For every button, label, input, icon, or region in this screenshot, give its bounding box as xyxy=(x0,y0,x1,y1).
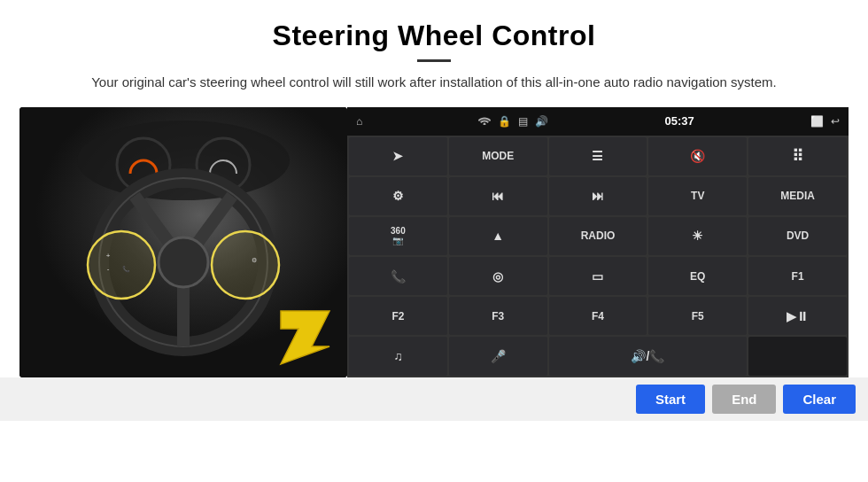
next-button[interactable]: ⏭ xyxy=(549,177,647,215)
page-container: Steering Wheel Control Your original car… xyxy=(0,0,868,421)
360cam-button[interactable]: 360📷 xyxy=(349,217,447,255)
back-icon[interactable]: ↩ xyxy=(831,115,840,128)
svg-point-11 xyxy=(212,231,279,299)
steering-svg: + - 📞 ⚙ xyxy=(19,107,347,377)
prev-button[interactable]: ⏮ xyxy=(449,177,547,215)
radio-button[interactable]: RADIO xyxy=(549,217,647,255)
status-icons-right: ⬜ ↩ xyxy=(810,115,840,128)
car-image: + - 📞 ⚙ xyxy=(19,107,347,377)
screen-button[interactable]: ▭ xyxy=(549,257,647,295)
nav-button[interactable]: ➤ xyxy=(349,137,447,175)
bottom-bar: Start End Clear xyxy=(0,377,868,421)
mute-button[interactable]: 🔇 xyxy=(648,137,747,175)
home-icon[interactable]: ⌂ xyxy=(356,115,362,128)
head-unit: ⌂ 🔒 ▤ 🔊 05:37 ⬜ ↩ ➤ xyxy=(347,107,849,377)
f4-button[interactable]: F4 xyxy=(549,297,647,335)
clear-button[interactable]: Clear xyxy=(783,385,856,414)
svg-text:+: + xyxy=(106,252,111,260)
media-button[interactable]: MEDIA xyxy=(748,177,847,215)
nav2-button[interactable]: ◎ xyxy=(449,257,547,295)
svg-text:⚙: ⚙ xyxy=(252,257,257,263)
mic-button[interactable]: 🎤 xyxy=(449,337,547,375)
apps-button[interactable]: ⠿ xyxy=(748,137,847,175)
status-time: 05:37 xyxy=(665,114,694,128)
vol-call-button[interactable]: 🔊/📞 xyxy=(549,337,748,375)
page-title: Steering Wheel Control xyxy=(0,0,868,52)
dvd-button[interactable]: DVD xyxy=(748,217,847,255)
svg-text:📞: 📞 xyxy=(122,265,130,273)
phone-button[interactable]: 📞 xyxy=(349,257,447,295)
content-area: + - 📞 ⚙ ⌂ xyxy=(0,107,868,377)
lock-icon: 🔒 xyxy=(498,115,511,128)
svg-point-1 xyxy=(77,120,290,200)
list-button[interactable]: ☰ xyxy=(549,137,647,175)
f3-button[interactable]: F3 xyxy=(449,297,547,335)
eject-button[interactable]: ▲ xyxy=(449,217,547,255)
steering-bg: + - 📞 ⚙ xyxy=(19,107,347,377)
svg-text:-: - xyxy=(107,265,110,273)
title-divider xyxy=(417,59,451,62)
window-icon[interactable]: ⬜ xyxy=(810,115,824,128)
bt-icon: 🔊 xyxy=(535,115,548,128)
status-bar: ⌂ 🔒 ▤ 🔊 05:37 ⬜ ↩ xyxy=(347,107,849,136)
f2-button[interactable]: F2 xyxy=(349,297,447,335)
f5-button[interactable]: F5 xyxy=(648,297,747,335)
empty-button xyxy=(748,337,847,375)
brightness-button[interactable]: ☀ xyxy=(648,217,747,255)
svg-point-10 xyxy=(88,231,155,299)
status-icons-center: 🔒 ▤ 🔊 xyxy=(478,115,548,128)
button-grid: ➤ MODE ☰ 🔇 ⠿ ⚙ ⏮ ⏭ TV MEDIA 360📷 ▲ RADIO… xyxy=(347,136,849,377)
settings-button[interactable]: ⚙ xyxy=(349,177,447,215)
mode-button[interactable]: MODE xyxy=(449,137,547,175)
start-button[interactable]: Start xyxy=(636,385,705,414)
svg-point-9 xyxy=(159,237,208,287)
tv-button[interactable]: TV xyxy=(648,177,747,215)
playpause-button[interactable]: ▶⏸ xyxy=(748,297,847,335)
status-icons-left: ⌂ xyxy=(356,115,362,128)
music-button[interactable]: ♫ xyxy=(349,337,447,375)
wifi-icon xyxy=(478,115,491,128)
end-button[interactable]: End xyxy=(712,385,776,414)
sd-icon: ▤ xyxy=(518,115,528,128)
subtitle: Your original car's steering wheel contr… xyxy=(0,73,868,93)
eq-button[interactable]: EQ xyxy=(648,257,747,295)
f1-button[interactable]: F1 xyxy=(748,257,847,295)
